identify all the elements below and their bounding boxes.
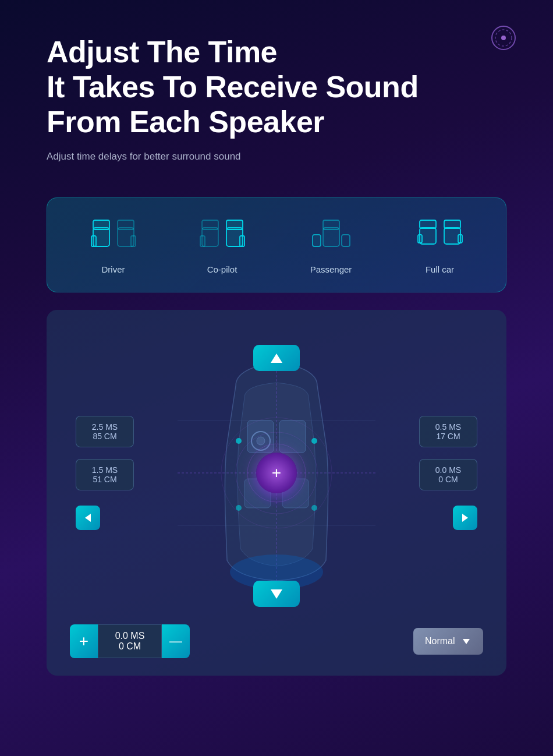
passenger-seat-icon <box>308 216 355 256</box>
header-section: Adjust The Time It Takes To Receive Soun… <box>0 0 553 180</box>
svg-rect-16 <box>323 220 339 229</box>
svg-rect-15 <box>323 228 339 246</box>
center-marker: + <box>256 453 297 493</box>
svg-marker-47 <box>462 514 468 522</box>
svg-marker-48 <box>271 589 282 599</box>
corner-icon <box>489 23 518 52</box>
svg-rect-24 <box>458 235 462 243</box>
nav-up-button[interactable] <box>253 345 300 371</box>
right-bottom-cm: 0 CM <box>429 475 467 484</box>
left-top-ms: 2.5 MS <box>86 422 124 432</box>
fullcar-label: Full car <box>426 264 454 274</box>
left-top-value-box: 2.5 MS 85 CM <box>76 416 134 447</box>
seat-option-copilot[interactable]: Co-pilot <box>187 216 257 274</box>
car-visualizer-card: 2.5 MS 85 CM 1.5 MS 51 CM <box>47 310 506 676</box>
page-subtitle: Adjust time delays for better surround s… <box>47 151 506 162</box>
car-diagram: 2.5 MS 85 CM 1.5 MS 51 CM <box>58 327 495 619</box>
bottom-ms: 0.0 MS <box>112 631 147 641</box>
normal-dropdown[interactable]: Normal <box>413 628 483 655</box>
right-top-cm: 17 CM <box>429 432 467 441</box>
nav-down-button[interactable] <box>253 581 300 607</box>
seat-selector-card: Driver Co-pilot <box>47 197 506 292</box>
right-values: 0.5 MS 17 CM 0.0 MS 0 CM <box>419 416 477 530</box>
driver-seat-icon <box>90 216 137 256</box>
svg-rect-13 <box>226 220 243 229</box>
right-top-value-box: 0.5 MS 17 CM <box>419 416 477 447</box>
svg-rect-4 <box>93 220 109 229</box>
svg-point-40 <box>311 505 317 511</box>
svg-rect-17 <box>313 235 321 246</box>
left-bottom-cm: 51 CM <box>86 475 124 484</box>
svg-marker-49 <box>463 639 470 644</box>
svg-point-39 <box>236 505 242 511</box>
left-top-cm: 85 CM <box>86 432 124 441</box>
right-top-ms: 0.5 MS <box>429 422 467 432</box>
seat-option-passenger[interactable]: Passenger <box>296 216 366 274</box>
svg-rect-8 <box>131 236 136 246</box>
left-bottom-value-box: 1.5 MS 51 CM <box>76 459 134 490</box>
svg-rect-18 <box>342 235 350 246</box>
svg-rect-11 <box>200 236 205 246</box>
svg-point-2 <box>501 36 506 40</box>
bottom-cm: 0 CM <box>112 641 147 652</box>
seat-option-driver[interactable]: Driver <box>79 216 148 274</box>
svg-point-37 <box>236 438 242 444</box>
copilot-label: Co-pilot <box>207 264 237 274</box>
nav-left-button[interactable] <box>76 506 100 530</box>
svg-rect-20 <box>420 220 436 228</box>
driver-label: Driver <box>102 264 125 274</box>
dropdown-label: Normal <box>425 636 455 647</box>
fullcar-seat-icon <box>417 216 463 256</box>
left-bottom-ms: 1.5 MS <box>86 465 124 475</box>
increase-button[interactable]: — <box>162 624 190 658</box>
svg-rect-14 <box>240 236 244 246</box>
car-view-container: + <box>178 351 375 595</box>
svg-rect-7 <box>118 220 134 229</box>
svg-marker-26 <box>85 514 91 522</box>
svg-rect-5 <box>91 236 96 246</box>
decrease-button[interactable]: + <box>70 624 98 658</box>
right-bottom-value-box: 0.0 MS 0 CM <box>419 459 477 490</box>
svg-rect-10 <box>202 220 218 229</box>
svg-point-38 <box>311 438 317 444</box>
left-values: 2.5 MS 85 CM 1.5 MS 51 CM <box>76 416 134 530</box>
passenger-label: Passenger <box>310 264 352 274</box>
copilot-seat-icon <box>199 216 246 256</box>
right-bottom-ms: 0.0 MS <box>429 465 467 475</box>
page-title: Adjust The Time It Takes To Receive Soun… <box>47 35 506 139</box>
svg-rect-23 <box>418 235 422 243</box>
bottom-value-control: + 0.0 MS 0 CM — <box>70 624 190 658</box>
nav-right-button[interactable] <box>453 506 477 530</box>
chevron-down-icon <box>461 636 472 647</box>
seat-option-fullcar[interactable]: Full car <box>405 216 475 274</box>
svg-rect-22 <box>444 220 460 228</box>
center-value-display: 0.0 MS 0 CM <box>98 624 162 658</box>
bottom-controls: + 0.0 MS 0 CM — Normal <box>58 624 495 658</box>
svg-marker-25 <box>271 354 282 363</box>
